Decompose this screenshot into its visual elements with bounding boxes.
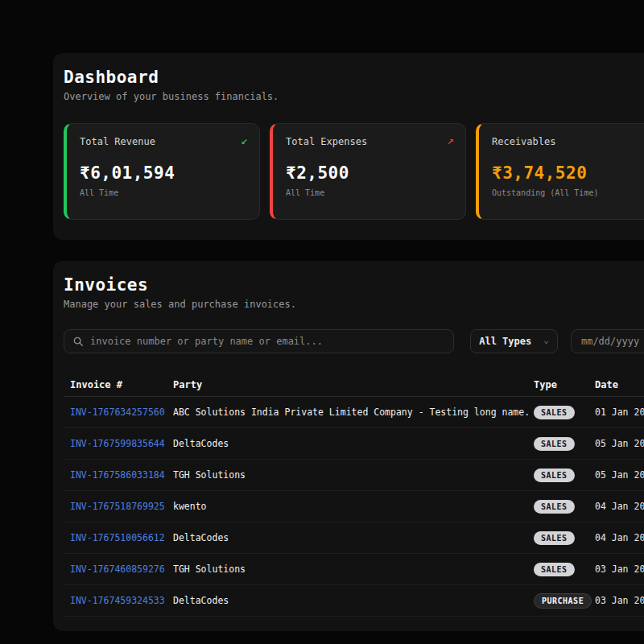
invoice-type-badge: PURCHASE	[534, 593, 592, 609]
search-input[interactable]	[90, 336, 445, 347]
stat-card-caption: Outstanding (All Time)	[492, 188, 644, 197]
invoice-type-cell: SALES	[534, 469, 595, 482]
date-filter-input[interactable]: mm/dd/yyyy	[571, 329, 644, 353]
type-filter-value: All Types	[479, 336, 531, 347]
column-header-date: Date	[595, 379, 644, 390]
stat-cards-row: Total Revenue ↙ ₹6,01,594 All Time Total…	[64, 123, 644, 220]
invoice-type-cell: SALES	[534, 531, 595, 545]
table-row[interactable]: INV-1767586033184 TGH Solutions SALES 05…	[64, 460, 644, 491]
stat-card-value: ₹3,74,520	[492, 163, 644, 183]
stat-card-title: Total Expenses	[286, 136, 452, 147]
invoices-section: Invoices Manage your sales and purchase …	[53, 261, 644, 631]
invoice-search-box	[64, 329, 454, 353]
invoice-id-link[interactable]: INV-1767599835644	[70, 438, 173, 449]
invoice-party: DeltaCodes	[173, 532, 534, 543]
invoice-type-cell: SALES	[534, 406, 595, 419]
invoice-id-link[interactable]: INV-1767586033184	[70, 469, 173, 481]
invoice-table: Invoice # Party Type Date INV-1767634257…	[64, 373, 644, 617]
invoice-type-badge: SALES	[534, 563, 575, 576]
invoice-type-badge: SALES	[534, 437, 575, 451]
table-row[interactable]: INV-1767459324533 DeltaCodes PURCHASE 03…	[64, 585, 644, 617]
invoice-id-link[interactable]: INV-1767459324533	[70, 595, 173, 606]
invoices-subtitle: Manage your sales and purchase invoices.	[64, 299, 644, 310]
invoice-type-cell: SALES	[534, 437, 595, 451]
dashboard-subtitle: Overview of your business financials.	[64, 91, 644, 102]
column-header-party: Party	[173, 379, 534, 390]
stat-card-title: Total Revenue	[80, 136, 246, 147]
invoice-party: ABC Solutions India Private Limited Comp…	[173, 407, 534, 418]
invoice-date: 05 Jan 20	[595, 438, 644, 449]
table-row[interactable]: INV-1767460859276 TGH Solutions SALES 03…	[64, 554, 644, 585]
chevron-down-icon: ⌄	[543, 335, 549, 345]
stat-card-title: Receivables	[492, 136, 644, 147]
type-filter-select[interactable]: All Types ⌄	[470, 329, 558, 353]
total-expenses-card: Total Expenses ↗ ₹2,500 All Time	[270, 123, 466, 220]
table-row[interactable]: INV-1767634257560 ABC Solutions India Pr…	[64, 397, 644, 428]
invoice-party: TGH Solutions	[173, 564, 534, 575]
invoice-id-link[interactable]: INV-1767510056612	[70, 532, 173, 543]
table-row[interactable]: INV-1767518769925 kwento SALES 04 Jan 20	[64, 491, 644, 522]
stat-card-caption: All Time	[286, 188, 452, 197]
dashboard-title: Dashboard	[64, 68, 644, 87]
invoice-date: 03 Jan 20	[595, 595, 644, 606]
total-revenue-card: Total Revenue ↙ ₹6,01,594 All Time	[64, 123, 260, 220]
column-header-invoice: Invoice #	[70, 379, 173, 390]
date-filter-placeholder: mm/dd/yyyy	[581, 336, 639, 347]
invoice-id-link[interactable]: INV-1767634257560	[70, 407, 173, 418]
column-header-type: Type	[534, 379, 595, 390]
invoice-party: kwento	[173, 501, 534, 512]
arrow-up-right-icon: ↗	[448, 134, 454, 146]
stat-card-value: ₹6,01,594	[80, 163, 246, 183]
invoice-date: 04 Jan 20	[595, 532, 644, 543]
invoice-party: DeltaCodes	[173, 438, 534, 449]
invoices-title: Invoices	[64, 275, 644, 295]
invoice-controls: All Types ⌄ mm/dd/yyyy	[64, 329, 644, 353]
invoice-type-badge: SALES	[534, 469, 575, 482]
screen: Dashboard Overview of your business fina…	[0, 0, 644, 644]
dashboard-section: Dashboard Overview of your business fina…	[53, 53, 644, 240]
invoice-date: 03 Jan 20	[595, 564, 644, 575]
table-row[interactable]: INV-1767510056612 DeltaCodes SALES 04 Ja…	[64, 522, 644, 554]
arrow-down-left-icon: ↙	[242, 134, 248, 146]
table-row[interactable]: INV-1767599835644 DeltaCodes SALES 05 Ja…	[64, 428, 644, 460]
invoice-type-cell: PURCHASE	[534, 593, 595, 609]
invoice-type-badge: SALES	[534, 406, 575, 419]
stat-card-value: ₹2,500	[286, 163, 452, 183]
stat-card-caption: All Time	[80, 188, 246, 197]
invoice-id-link[interactable]: INV-1767518769925	[70, 501, 173, 512]
receivables-card: Receivables ◷ ₹3,74,520 Outstanding (All…	[476, 123, 644, 220]
invoice-id-link[interactable]: INV-1767460859276	[70, 564, 173, 575]
search-icon	[72, 336, 84, 347]
invoice-date: 04 Jan 20	[595, 501, 644, 512]
invoice-type-cell: SALES	[534, 500, 595, 514]
invoice-type-badge: SALES	[534, 531, 575, 545]
invoice-table-body: INV-1767634257560 ABC Solutions India Pr…	[64, 397, 644, 617]
invoice-party: DeltaCodes	[173, 595, 534, 606]
invoice-party: TGH Solutions	[173, 469, 534, 481]
invoice-type-cell: SALES	[534, 563, 595, 576]
invoice-date: 05 Jan 20	[595, 469, 644, 481]
invoice-date: 01 Jan 20	[595, 407, 644, 418]
invoice-table-header: Invoice # Party Type Date	[64, 373, 644, 397]
invoice-type-badge: SALES	[534, 500, 575, 514]
